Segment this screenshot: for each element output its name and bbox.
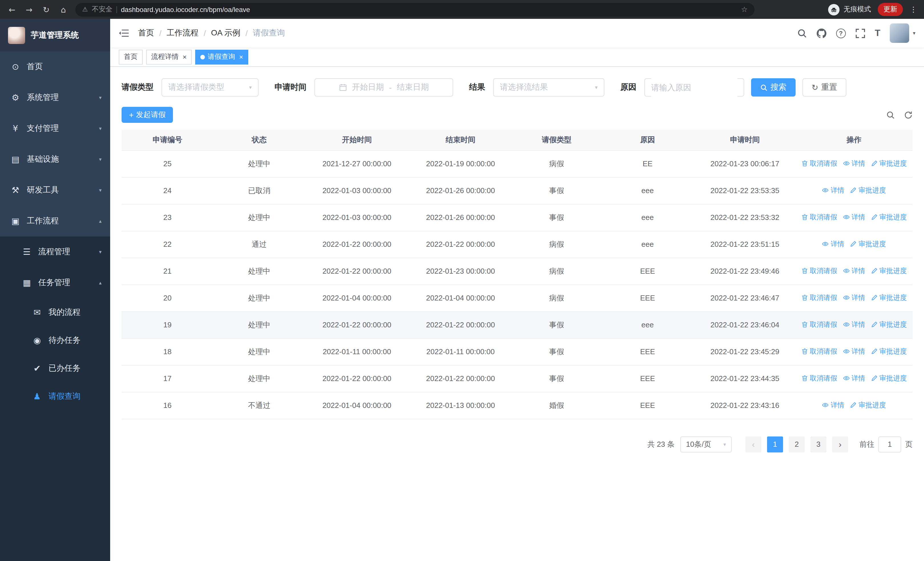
sidebar-item-system-management[interactable]: ⚙ 系统管理 ▾ [0, 82, 110, 113]
close-icon[interactable]: × [183, 53, 187, 61]
action-detail-link[interactable]: 详情 [822, 239, 844, 249]
action-detail-link[interactable]: 详情 [822, 400, 844, 410]
search-icon[interactable] [797, 28, 807, 38]
cell-end: 2022-01-04 00:00:00 [409, 284, 512, 311]
cell-end: 2022-01-26 00:00:00 [409, 204, 512, 231]
close-icon[interactable]: × [239, 53, 243, 61]
end-date-input[interactable]: 结束日期 [397, 82, 429, 93]
action-detail-link[interactable]: 详情 [843, 266, 865, 276]
cell-start: 2021-12-27 00:00:00 [305, 150, 409, 177]
browser-home-button[interactable]: ⌂ [58, 5, 69, 14]
action-detail-link[interactable]: 详情 [843, 212, 865, 222]
search-button[interactable]: 搜索 [751, 78, 796, 96]
sidebar-toggle-icon[interactable] [119, 28, 129, 38]
refresh-icon[interactable] [904, 111, 913, 119]
action-cancel-link[interactable]: 取消请假 [801, 320, 837, 329]
browser-menu-icon[interactable]: ⋮ [910, 5, 917, 14]
action-progress-link[interactable]: 审批进度 [871, 347, 907, 356]
eye-icon [822, 402, 829, 409]
browser-back-button[interactable]: ← [7, 5, 17, 14]
cell-actions: 详情审批进度 [796, 231, 913, 258]
breadcrumb-oa-example[interactable]: OA 示例 [211, 28, 240, 38]
action-detail-link[interactable]: 详情 [843, 320, 865, 329]
sidebar-item-workflow[interactable]: ▣ 工作流程 ▴ [0, 206, 110, 236]
action-cancel-link[interactable]: 取消请假 [801, 212, 837, 222]
result-select[interactable]: 请选择流结果 ▾ [493, 78, 604, 96]
sidebar-item-payment-management[interactable]: ¥ 支付管理 ▾ [0, 113, 110, 144]
edit-icon [871, 321, 878, 328]
address-bar[interactable]: ⚠ 不安全 dashboard.yudao.iocoder.cn/bpm/oa/… [75, 3, 754, 16]
eye-icon [843, 295, 850, 301]
sidebar-item-dev-tools[interactable]: ⚒ 研发工具 ▾ [0, 175, 110, 206]
breadcrumb-home[interactable]: 首页 [138, 28, 154, 38]
page-button-2[interactable]: 2 [789, 436, 805, 452]
table-header-row: 申请编号 状态 开始时间 结束时间 请假类型 原因 申请时间 操作 [122, 130, 913, 150]
edit-icon [871, 268, 878, 275]
tab-leave-query[interactable]: 请假查询 × [195, 50, 248, 64]
font-size-icon[interactable]: T [874, 28, 880, 38]
action-progress-link[interactable]: 审批进度 [871, 266, 907, 276]
sidebar-item-leave-query[interactable]: ♟ 请假查询 [0, 382, 110, 410]
action-progress-link[interactable]: 审批进度 [871, 293, 907, 303]
prev-page-button[interactable]: ‹ [746, 436, 761, 452]
sidebar-item-task-management[interactable]: ▦ 任务管理 ▴ [0, 267, 110, 298]
tab-home[interactable]: 首页 [119, 50, 142, 64]
goto-page-input[interactable] [878, 436, 901, 452]
user-menu[interactable]: ▾ [890, 23, 915, 43]
tab-process-detail[interactable]: 流程详情 × [146, 50, 192, 64]
sidebar-item-infrastructure[interactable]: ▤ 基础设施 ▾ [0, 144, 110, 175]
sidebar-item-todo-tasks[interactable]: ◉ 待办任务 [0, 326, 110, 354]
github-icon[interactable] [816, 28, 826, 38]
action-cancel-link[interactable]: 取消请假 [801, 293, 837, 303]
page-button-3[interactable]: 3 [810, 436, 826, 452]
action-detail-link[interactable]: 详情 [843, 347, 865, 356]
pagination: 共 23 条 10条/页 ▾ ‹ 1 2 3 › 前往 页 [122, 436, 913, 452]
action-progress-link[interactable]: 审批进度 [871, 374, 907, 384]
trash-icon [801, 295, 808, 301]
action-detail-link[interactable]: 详情 [843, 293, 865, 303]
cell-id: 17 [122, 365, 213, 392]
action-progress-link[interactable]: 审批进度 [871, 320, 907, 329]
app-logo[interactable]: 芋道管理系统 [0, 19, 110, 51]
browser-reload-button[interactable]: ↻ [41, 5, 51, 14]
action-progress-link[interactable]: 审批进度 [850, 400, 886, 410]
help-icon[interactable]: ? [836, 28, 846, 38]
browser-forward-button[interactable]: → [24, 5, 34, 14]
sidebar-item-home[interactable]: ⊙ 首页 [0, 51, 110, 82]
next-page-button[interactable]: › [832, 436, 848, 452]
page-size-select[interactable]: 10条/页 ▾ [680, 436, 732, 452]
action-cancel-link[interactable]: 取消请假 [801, 159, 837, 168]
browser-update-button[interactable]: 更新 [878, 3, 903, 16]
leave-type-select[interactable]: 请选择请假类型 ▾ [162, 78, 258, 96]
action-progress-link[interactable]: 审批进度 [871, 212, 907, 222]
cell-start: 2022-01-22 00:00:00 [305, 258, 409, 284]
create-leave-button[interactable]: + 发起请假 [122, 107, 173, 123]
breadcrumb-current: 请假查询 [253, 28, 285, 38]
reason-input[interactable] [651, 78, 737, 96]
action-detail-link[interactable]: 详情 [822, 186, 844, 196]
cell-status: 处理中 [213, 365, 305, 392]
sidebar-item-my-processes[interactable]: ✉ 我的流程 [0, 298, 110, 326]
action-cancel-link[interactable]: 取消请假 [801, 347, 837, 356]
sidebar-item-done-tasks[interactable]: ✔ 已办任务 [0, 354, 110, 382]
bookmark-star-icon[interactable]: ☆ [741, 5, 748, 14]
filter-result: 结果 请选择流结果 ▾ [469, 78, 604, 96]
chevron-down-icon: ▾ [249, 84, 252, 90]
action-cancel-link[interactable]: 取消请假 [801, 374, 837, 384]
sidebar-item-process-management[interactable]: ☰ 流程管理 ▾ [0, 236, 110, 267]
cell-applied: 2022-01-22 23:46:04 [694, 311, 796, 338]
reset-button[interactable]: ↻ 重置 [802, 78, 846, 96]
action-detail-link[interactable]: 详情 [843, 159, 865, 168]
action-progress-link[interactable]: 审批进度 [850, 186, 886, 196]
table-row: 18处理中2022-01-11 00:00:002022-01-11 00:00… [122, 338, 913, 365]
action-cancel-link[interactable]: 取消请假 [801, 266, 837, 276]
fullscreen-icon[interactable] [855, 28, 865, 38]
toggle-search-icon[interactable] [886, 111, 895, 119]
date-range-picker[interactable]: 开始日期 - 结束日期 [315, 78, 453, 96]
action-progress-link[interactable]: 审批进度 [871, 159, 907, 168]
start-date-input[interactable]: 开始日期 [352, 82, 384, 93]
page-button-1[interactable]: 1 [767, 436, 783, 452]
breadcrumb-workflow[interactable]: 工作流程 [166, 28, 199, 38]
action-progress-link[interactable]: 审批进度 [850, 239, 886, 249]
action-detail-link[interactable]: 详情 [843, 374, 865, 384]
